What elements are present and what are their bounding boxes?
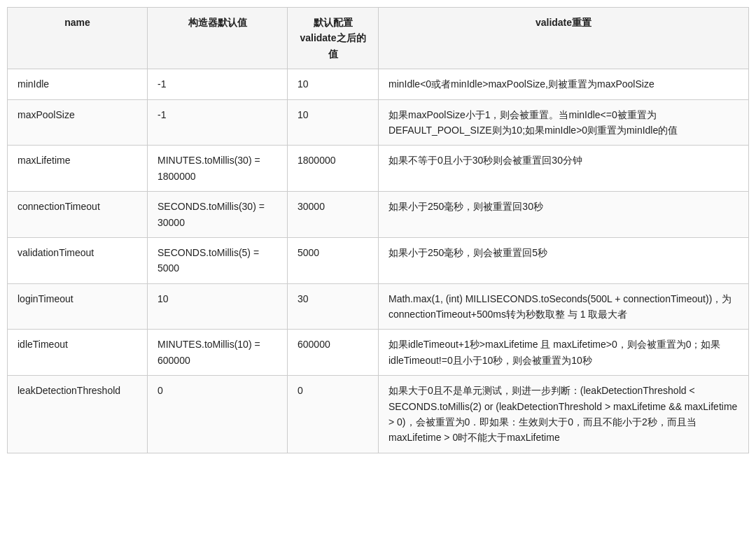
cell-name: loginTimeout <box>8 283 148 330</box>
cell-default: MINUTES.toMillis(30) = 1800000 <box>148 146 288 192</box>
table-row: idleTimeoutMINUTES.toMillis(10) = 600000… <box>8 330 749 376</box>
cell-validated: 30 <box>288 283 379 330</box>
cell-name: minIdle <box>8 69 148 99</box>
col-header-default: 构造器默认值 <box>148 8 288 69</box>
table-row: connectionTimeoutSECONDS.toMillis(30) = … <box>8 192 749 238</box>
cell-validated: 5000 <box>288 237 379 283</box>
cell-reset: minIdle<0或者minIdle>maxPoolSize,则被重置为maxP… <box>379 69 749 99</box>
cell-reset: 如果小于250毫秒，则会被重置回5秒 <box>379 237 749 283</box>
table-row: minIdle-110minIdle<0或者minIdle>maxPoolSiz… <box>8 69 749 99</box>
cell-default: -1 <box>148 69 288 99</box>
cell-validated: 10 <box>288 69 379 99</box>
table-row: leakDetectionThreshold00如果大于0且不是单元测试，则进一… <box>8 376 749 453</box>
cell-name: connectionTimeout <box>8 192 148 238</box>
cell-name: idleTimeout <box>8 330 148 376</box>
cell-validated: 1800000 <box>288 146 379 192</box>
cell-default: SECONDS.toMillis(30) = 30000 <box>148 192 288 238</box>
cell-reset: 如果不等于0且小于30秒则会被重置回30分钟 <box>379 146 749 192</box>
cell-validated: 0 <box>288 376 379 453</box>
cell-reset: 如果maxPoolSize小于1，则会被重置。当minIdle<=0被重置为DE… <box>379 99 749 146</box>
table-wrapper: name 构造器默认值 默认配置 validate之后的值 validate重置… <box>0 0 756 460</box>
cell-default: 10 <box>148 283 288 330</box>
table-row: maxPoolSize-110如果maxPoolSize小于1，则会被重置。当m… <box>8 99 749 146</box>
col-header-name: name <box>8 8 148 69</box>
cell-reset: 如果idleTimeout+1秒>maxLifetime 且 maxLifeti… <box>379 330 749 376</box>
cell-name: maxPoolSize <box>8 99 148 146</box>
cell-validated: 10 <box>288 99 379 146</box>
config-table: name 构造器默认值 默认配置 validate之后的值 validate重置… <box>7 7 749 453</box>
cell-reset: 如果小于250毫秒，则被重置回30秒 <box>379 192 749 238</box>
cell-validated: 600000 <box>288 330 379 376</box>
table-row: validationTimeoutSECONDS.toMillis(5) = 5… <box>8 237 749 283</box>
cell-name: leakDetectionThreshold <box>8 376 148 453</box>
cell-default: 0 <box>148 376 288 453</box>
table-row: loginTimeout1030Math.max(1, (int) MILLIS… <box>8 283 749 330</box>
cell-name: validationTimeout <box>8 237 148 283</box>
cell-validated: 30000 <box>288 192 379 238</box>
cell-default: MINUTES.toMillis(10) = 600000 <box>148 330 288 376</box>
cell-reset: Math.max(1, (int) MILLISECONDS.toSeconds… <box>379 283 749 330</box>
table-row: maxLifetimeMINUTES.toMillis(30) = 180000… <box>8 146 749 192</box>
cell-default: SECONDS.toMillis(5) = 5000 <box>148 237 288 283</box>
cell-default: -1 <box>148 99 288 146</box>
col-header-reset: validate重置 <box>379 8 749 69</box>
col-header-validated: 默认配置 validate之后的值 <box>288 8 379 69</box>
cell-name: maxLifetime <box>8 146 148 192</box>
table-header-row: name 构造器默认值 默认配置 validate之后的值 validate重置 <box>8 8 749 69</box>
cell-reset: 如果大于0且不是单元测试，则进一步判断：(leakDetectionThresh… <box>379 376 749 453</box>
